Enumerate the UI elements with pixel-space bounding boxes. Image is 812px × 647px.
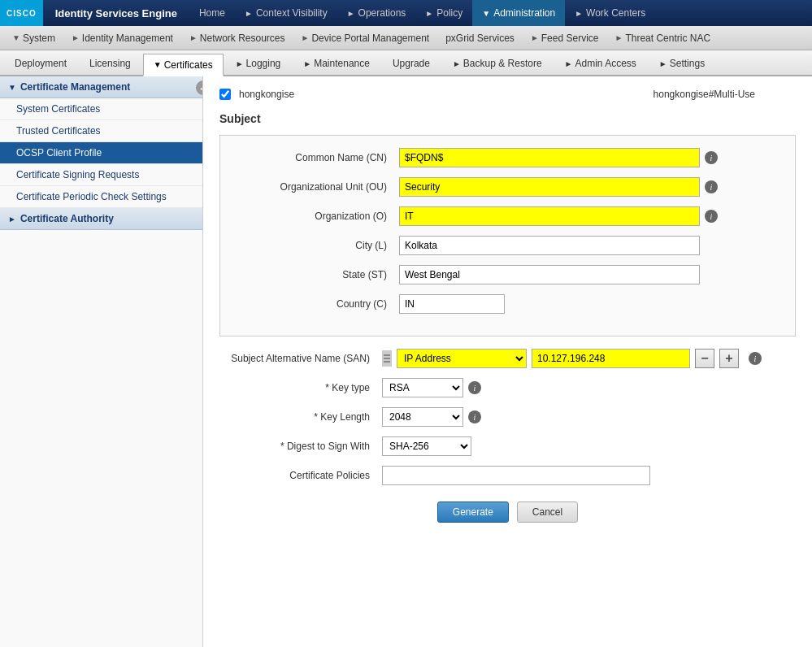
arrow-icon: ► (614, 33, 623, 42)
top-nav-items: Home ► Context Visibility ► Operations ►… (189, 0, 812, 26)
common-name-label: Common Name (CN) (237, 152, 399, 163)
common-name-input[interactable] (399, 148, 700, 167)
san-value-input[interactable] (532, 349, 690, 368)
digest-label: * Digest to Sign With (219, 441, 382, 452)
nav-home[interactable]: Home (189, 0, 235, 26)
org-info-icon[interactable]: i (705, 210, 718, 223)
key-type-label: * Key type (219, 382, 382, 393)
state-input[interactable] (399, 265, 700, 284)
nav-policy[interactable]: ► Policy (415, 0, 472, 26)
arrow-icon: ► (575, 9, 583, 18)
country-input[interactable] (399, 294, 505, 314)
san-row: IP Address DNS URI Email − + i (382, 349, 762, 368)
form-row-key-length: * Key Length 512 1024 2048 4096 i (219, 407, 796, 427)
sidebar-section-certificate-authority[interactable]: ► Certificate Authority (0, 208, 202, 230)
form-row-country: Country (C) (237, 294, 779, 314)
nav-pxgrid-services[interactable]: pxGrid Services (437, 26, 523, 50)
sidebar-item-trusted-certificates[interactable]: Trusted Certificates (0, 120, 202, 142)
san-info-icon[interactable]: i (749, 352, 762, 365)
key-type-select[interactable]: RSA ECDSA (382, 378, 463, 397)
tab-admin-access[interactable]: ► Admin Access (554, 52, 647, 75)
expand-icon: ▼ (8, 83, 16, 92)
san-add-button[interactable]: + (719, 349, 739, 368)
arrow-icon: ► (531, 33, 539, 42)
sidebar-item-certificate-signing-requests[interactable]: Certificate Signing Requests (0, 164, 202, 186)
sidebar-section-certificate-management[interactable]: ▼ Certificate Management (0, 76, 202, 98)
generate-button[interactable]: Generate (437, 502, 509, 523)
cisco-logo-text: CISCO (7, 9, 37, 18)
checkbox-label: hongkongise (239, 89, 294, 100)
nav-administration[interactable]: ▼ Administration (472, 0, 565, 26)
multi-use-label: hongkongise#Multi-Use (654, 89, 755, 100)
form-row-org: Organization (O) i (237, 206, 779, 226)
sidebar-item-ocsp-client-profile[interactable]: OCSP Client Profile (0, 142, 202, 164)
arrow-icon: ► (236, 59, 244, 68)
tab-backup-restore[interactable]: ► Backup & Restore (442, 52, 553, 75)
nav-feed-service[interactable]: ► Feed Service (523, 26, 607, 50)
city-label: City (L) (237, 240, 399, 251)
key-type-info-icon[interactable]: i (468, 381, 481, 394)
org-unit-info-icon[interactable]: i (705, 180, 718, 193)
arrow-icon: ▼ (482, 9, 490, 18)
arrow-icon: ► (303, 59, 311, 68)
tab-logging[interactable]: ► Logging (225, 52, 292, 75)
arrow-icon: ► (72, 33, 80, 42)
main-layout: ◀ ▼ Certificate Management System Certif… (0, 76, 812, 647)
cert-policies-input[interactable] (382, 466, 650, 485)
nav-network-resources[interactable]: ► Network Resources (181, 26, 293, 50)
san-remove-button[interactable]: − (695, 349, 714, 368)
form-row-common-name: Common Name (CN) i (237, 148, 779, 167)
nav-operations[interactable]: ► Operations (337, 0, 416, 26)
org-input[interactable] (399, 206, 700, 226)
app-title: Identity Services Engine (43, 7, 189, 20)
sidebar-item-certificate-periodic-check[interactable]: Certificate Periodic Check Settings (0, 186, 202, 208)
checkbox-row: hongkongise hongkongise#Multi-Use (219, 89, 796, 100)
tab-maintenance[interactable]: ► Maintenance (293, 52, 380, 75)
nav-threat-centric-nac[interactable]: ► Threat Centric NAC (606, 26, 719, 50)
cert-policies-label: Certificate Policies (219, 470, 382, 481)
top-navigation: CISCO Identity Services Engine Home ► Co… (0, 0, 812, 26)
section-title: Subject (219, 112, 796, 125)
content-area: hongkongise hongkongise#Multi-Use Subjec… (203, 76, 812, 647)
form-row-san: Subject Alternative Name (SAN) IP Addres… (219, 349, 796, 368)
org-unit-label: Organizational Unit (OU) (237, 181, 399, 193)
node-checkbox[interactable] (219, 89, 231, 100)
org-label: Organization (O) (237, 211, 399, 222)
expand-icon: ► (8, 215, 16, 224)
tab-settings[interactable]: ► Settings (649, 52, 715, 75)
arrow-icon: ► (189, 33, 198, 42)
second-navigation: ▼ System ► Identity Management ► Network… (0, 26, 812, 50)
arrow-icon: ► (302, 33, 310, 42)
form-row-digest: * Digest to Sign With SHA-1 SHA-256 SHA-… (219, 436, 796, 456)
tab-licensing[interactable]: Licensing (79, 52, 141, 75)
tab-upgrade[interactable]: Upgrade (382, 52, 441, 75)
tab-deployment[interactable]: Deployment (4, 52, 77, 75)
nav-identity-management[interactable]: ► Identity Management (63, 26, 181, 50)
key-length-info-icon[interactable]: i (468, 410, 481, 423)
form-section-subject: Common Name (CN) i Organizational Unit (… (219, 135, 796, 337)
arrow-icon: ► (425, 9, 433, 18)
city-input[interactable] (399, 236, 700, 255)
san-drag-handle[interactable] (382, 350, 392, 367)
tab-certificates[interactable]: ▼ Certificates (143, 54, 224, 76)
country-label: Country (C) (237, 298, 399, 310)
key-length-select[interactable]: 512 1024 2048 4096 (382, 407, 463, 427)
arrow-icon: ► (347, 9, 355, 18)
digest-select[interactable]: SHA-1 SHA-256 SHA-384 SHA-512 (382, 436, 471, 456)
cisco-logo: CISCO (0, 0, 43, 26)
arrow-icon: ► (565, 59, 573, 68)
arrow-icon: ► (659, 59, 667, 68)
san-type-select[interactable]: IP Address DNS URI Email (397, 349, 527, 368)
nav-context-visibility[interactable]: ► Context Visibility (235, 0, 337, 26)
sidebar: ◀ ▼ Certificate Management System Certif… (0, 76, 203, 647)
org-unit-input[interactable] (399, 177, 700, 197)
cancel-button[interactable]: Cancel (517, 502, 578, 523)
button-row: Generate Cancel (219, 502, 796, 523)
form-row-state: State (ST) (237, 265, 779, 284)
nav-system[interactable]: ▼ System (4, 26, 63, 50)
sidebar-item-system-certificates[interactable]: System Certificates (0, 98, 202, 120)
third-navigation: Deployment Licensing ▼ Certificates ► Lo… (0, 50, 812, 76)
nav-work-centers[interactable]: ► Work Centers (565, 0, 655, 26)
common-name-info-icon[interactable]: i (705, 151, 718, 164)
nav-device-portal-management[interactable]: ► Device Portal Management (293, 26, 438, 50)
